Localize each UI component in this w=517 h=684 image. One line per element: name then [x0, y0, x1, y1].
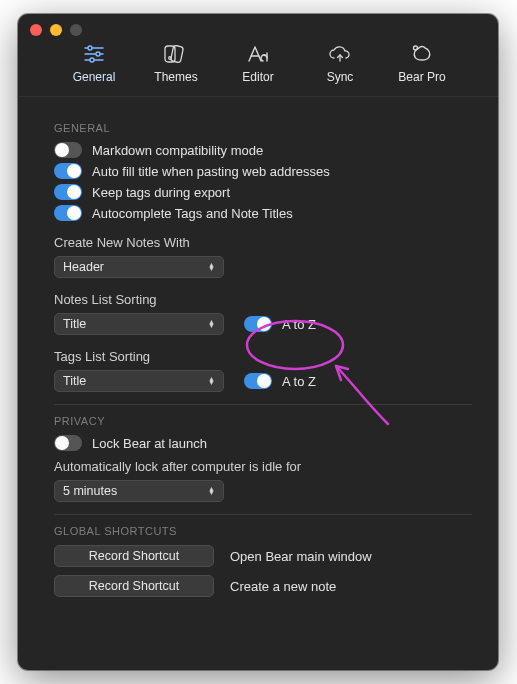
traffic-lights [30, 24, 82, 36]
svg-point-5 [90, 58, 94, 62]
button-record-shortcut-new-note[interactable]: Record Shortcut [54, 575, 214, 597]
chevron-updown-icon: ▲▼ [208, 487, 215, 495]
toggle-autofill-title[interactable] [54, 163, 82, 179]
section-privacy-title: PRIVACY [54, 415, 472, 427]
close-window-button[interactable] [30, 24, 42, 36]
row-shortcut-open-main: Record Shortcut Open Bear main window [54, 545, 472, 567]
select-create-new-notes[interactable]: Header ▲▼ [54, 256, 224, 278]
tab-general[interactable]: General [60, 42, 128, 84]
svg-point-11 [414, 46, 418, 50]
toggle-lock-at-launch[interactable] [54, 435, 82, 451]
select-autolock-value: 5 minutes [63, 484, 117, 498]
preferences-toolbar: General Themes Editor [18, 14, 498, 97]
row-lock-at-launch: Lock Bear at launch [54, 435, 472, 451]
section-general-title: GENERAL [54, 122, 472, 134]
row-tags-list-sorting: Title ▲▼ A to Z [54, 370, 472, 392]
chevron-updown-icon: ▲▼ [208, 377, 215, 385]
toggle-keep-tags-export[interactable] [54, 184, 82, 200]
toggle-markdown-compat[interactable] [54, 142, 82, 158]
font-icon [246, 42, 270, 66]
bear-icon [410, 42, 434, 66]
select-notes-list-sorting[interactable]: Title ▲▼ [54, 313, 224, 335]
button-record-shortcut-open-main[interactable]: Record Shortcut [54, 545, 214, 567]
general-pane: GENERAL Markdown compatibility mode Auto… [18, 102, 498, 670]
tab-themes-label: Themes [154, 70, 197, 84]
button-record-shortcut-label: Record Shortcut [89, 549, 179, 563]
chevron-updown-icon: ▲▼ [208, 263, 215, 271]
section-shortcuts-title: GLOBAL SHORTCUTS [54, 525, 472, 537]
row-keep-tags-export: Keep tags during export [54, 184, 472, 200]
select-autolock[interactable]: 5 minutes ▲▼ [54, 480, 224, 502]
palette-icon [163, 42, 189, 66]
row-markdown-compat: Markdown compatibility mode [54, 142, 472, 158]
row-autocomplete-tags: Autocomplete Tags and Note Titles [54, 205, 472, 221]
toggle-notes-a-to-z[interactable] [244, 316, 272, 332]
preferences-window: General Themes Editor [18, 14, 498, 670]
row-notes-list-sorting: Title ▲▼ A to Z [54, 313, 472, 335]
label-tags-a-to-z: A to Z [282, 374, 316, 389]
tab-bear-pro[interactable]: Bear Pro [388, 42, 456, 84]
tab-editor-label: Editor [242, 70, 273, 84]
tab-sync-label: Sync [327, 70, 354, 84]
row-shortcut-new-note: Record Shortcut Create a new note [54, 575, 472, 597]
chevron-updown-icon: ▲▼ [208, 320, 215, 328]
divider [54, 514, 472, 515]
svg-point-8 [169, 57, 172, 60]
svg-point-3 [88, 46, 92, 50]
tab-bear-pro-label: Bear Pro [398, 70, 445, 84]
label-notes-a-to-z: A to Z [282, 317, 316, 332]
button-record-shortcut-label: Record Shortcut [89, 579, 179, 593]
select-tags-list-sorting[interactable]: Title ▲▼ [54, 370, 224, 392]
label-tags-list-sorting: Tags List Sorting [54, 349, 472, 364]
divider [54, 404, 472, 405]
label-autocomplete-tags: Autocomplete Tags and Note Titles [92, 206, 293, 221]
select-notes-list-sorting-value: Title [63, 317, 86, 331]
toggle-tags-a-to-z[interactable] [244, 373, 272, 389]
svg-point-4 [96, 52, 100, 56]
label-shortcut-new-note: Create a new note [230, 579, 336, 594]
label-shortcut-open-main: Open Bear main window [230, 549, 372, 564]
label-lock-at-launch: Lock Bear at launch [92, 436, 207, 451]
label-markdown-compat: Markdown compatibility mode [92, 143, 263, 158]
tab-sync[interactable]: Sync [306, 42, 374, 84]
minimize-window-button[interactable] [50, 24, 62, 36]
select-create-new-notes-value: Header [63, 260, 104, 274]
label-create-new-notes: Create New Notes With [54, 235, 472, 250]
sliders-icon [82, 42, 106, 66]
label-keep-tags-export: Keep tags during export [92, 185, 230, 200]
select-tags-list-sorting-value: Title [63, 374, 86, 388]
zoom-window-button[interactable] [70, 24, 82, 36]
tab-general-label: General [73, 70, 116, 84]
label-notes-list-sorting: Notes List Sorting [54, 292, 472, 307]
svg-rect-7 [170, 45, 183, 63]
cloud-sync-icon [327, 42, 353, 66]
tab-themes[interactable]: Themes [142, 42, 210, 84]
label-autolock: Automatically lock after computer is idl… [54, 459, 472, 474]
tab-editor[interactable]: Editor [224, 42, 292, 84]
label-autofill-title: Auto fill title when pasting web address… [92, 164, 330, 179]
toggle-autocomplete-tags[interactable] [54, 205, 82, 221]
row-autofill-title: Auto fill title when pasting web address… [54, 163, 472, 179]
